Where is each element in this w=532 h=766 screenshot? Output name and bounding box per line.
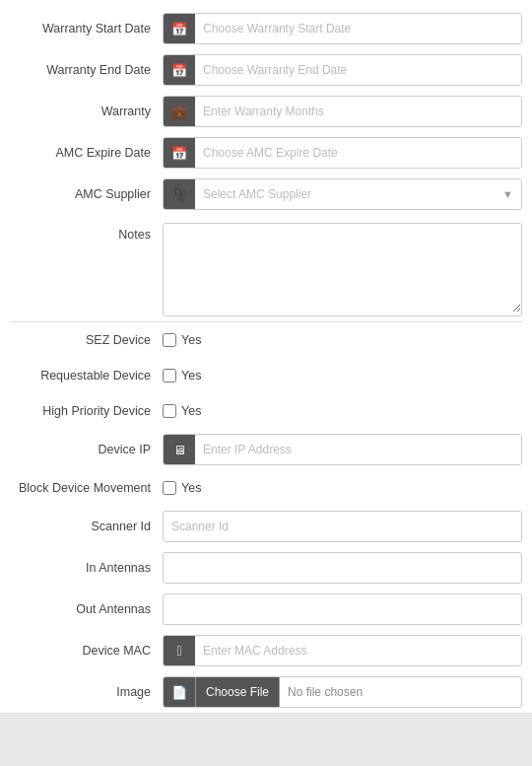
- amc-supplier-field: 🎥 Select AMC Supplier ▼: [163, 178, 522, 210]
- high-priority-device-label: High Priority Device: [10, 404, 163, 418]
- amc-expire-date-input-wrapper: 📅: [163, 137, 522, 169]
- amc-supplier-icon-btn[interactable]: 🎥: [164, 178, 195, 210]
- block-device-movement-checkbox[interactable]: [163, 481, 176, 495]
- device-mac-label: Device MAC: [10, 644, 163, 658]
- in-antennas-input[interactable]: [163, 552, 522, 584]
- form-container: Warranty Start Date 📅 Warranty End Date …: [0, 0, 532, 713]
- warranty-start-date-field: 📅: [163, 13, 522, 44]
- notes-textarea-wrapper: [163, 223, 522, 316]
- warranty-start-date-row: Warranty Start Date 📅: [0, 8, 532, 49]
- out-antennas-row: Out Antennas: [0, 589, 532, 630]
- requestable-device-checkbox-label: Yes: [181, 369, 201, 383]
- out-antennas-input[interactable]: [163, 593, 522, 625]
- camera-icon: 🎥: [171, 187, 187, 202]
- device-mac-input[interactable]: [195, 635, 521, 666]
- device-mac-field: : [163, 635, 522, 666]
- notes-textarea[interactable]: [164, 224, 521, 313]
- block-device-movement-checkbox-label: Yes: [181, 481, 201, 495]
- device-mac-row: Device MAC : [0, 630, 532, 671]
- notes-row: Notes: [0, 215, 532, 321]
- block-device-movement-label: Block Device Movement: [10, 481, 163, 495]
- warranty-end-date-input-wrapper: 📅: [163, 54, 522, 86]
- amc-supplier-select-wrapper: 🎥 Select AMC Supplier ▼: [163, 178, 522, 210]
- warranty-start-date-icon-btn[interactable]: 📅: [164, 13, 195, 44]
- warranty-start-date-label: Warranty Start Date: [10, 22, 163, 35]
- notes-label: Notes: [10, 223, 163, 242]
- device-ip-icon-btn[interactable]: 🖥: [164, 434, 195, 465]
- warranty-row: Warranty 💼: [0, 91, 532, 132]
- device-mac-input-wrapper: : [163, 635, 522, 666]
- device-ip-row: Device IP 🖥: [0, 429, 532, 470]
- file-doc-icon: 📄: [171, 685, 187, 700]
- sez-device-checkbox[interactable]: [163, 333, 176, 347]
- calendar-icon-2: 📅: [171, 63, 187, 78]
- block-device-movement-checkbox-row: Yes: [163, 481, 201, 495]
- requestable-device-label: Requestable Device: [10, 369, 163, 383]
- image-file-input-wrapper: 📄 Choose File No file chosen: [163, 676, 522, 708]
- high-priority-device-checkbox-label: Yes: [181, 404, 201, 418]
- amc-supplier-label: AMC Supplier: [10, 187, 163, 201]
- warranty-icon-btn[interactable]: 💼: [164, 96, 195, 127]
- warranty-field: 💼: [163, 96, 522, 127]
- image-field: 📄 Choose File No file chosen: [163, 676, 522, 708]
- high-priority-device-row: High Priority Device Yes: [0, 393, 532, 429]
- briefcase-icon: 💼: [171, 104, 187, 119]
- block-device-movement-field: Yes: [163, 481, 522, 495]
- high-priority-device-checkbox-row: Yes: [163, 404, 201, 418]
- warranty-end-date-input[interactable]: [195, 54, 521, 86]
- out-antennas-label: Out Antennas: [10, 602, 163, 616]
- image-label: Image: [10, 685, 163, 699]
- high-priority-device-checkbox[interactable]: [163, 404, 176, 418]
- sez-device-checkbox-row: Yes: [163, 333, 201, 347]
- requestable-device-row: Requestable Device Yes: [0, 358, 532, 393]
- calendar-icon: 📅: [171, 22, 187, 36]
- in-antennas-label: In Antennas: [10, 561, 163, 575]
- image-row: Image 📄 Choose File No file chosen: [0, 671, 532, 713]
- warranty-label: Warranty: [10, 104, 163, 118]
- no-file-chosen-text: No file chosen: [280, 685, 370, 699]
- warranty-input-wrapper: 💼: [163, 96, 522, 127]
- scanner-id-label: Scanner Id: [10, 520, 163, 533]
- device-ip-label: Device IP: [10, 443, 163, 456]
- scanner-id-input[interactable]: [163, 511, 522, 542]
- in-antennas-field: [163, 552, 522, 584]
- amc-expire-date-input[interactable]: [195, 137, 521, 169]
- monitor-icon: 🖥: [173, 443, 186, 457]
- notes-field: [163, 223, 522, 316]
- in-antennas-row: In Antennas: [0, 547, 532, 589]
- warranty-start-date-input[interactable]: [195, 13, 521, 44]
- choose-file-button[interactable]: Choose File: [195, 676, 280, 708]
- warranty-end-date-label: Warranty End Date: [10, 63, 163, 77]
- warranty-end-date-row: Warranty End Date 📅: [0, 49, 532, 91]
- warranty-start-date-input-wrapper: 📅: [163, 13, 522, 44]
- device-ip-input-wrapper: 🖥: [163, 434, 522, 465]
- apple-icon: : [176, 643, 181, 659]
- select-arrow-icon: ▼: [502, 188, 521, 200]
- amc-expire-date-field: 📅: [163, 137, 522, 169]
- warranty-end-date-field: 📅: [163, 54, 522, 86]
- calendar-icon-3: 📅: [171, 146, 187, 161]
- requestable-device-field: Yes: [163, 369, 522, 383]
- scanner-id-field: [163, 511, 522, 542]
- sez-device-label: SEZ Device: [10, 333, 163, 347]
- amc-supplier-select[interactable]: Select AMC Supplier: [195, 178, 502, 210]
- warranty-input[interactable]: [195, 96, 521, 127]
- out-antennas-field: [163, 593, 522, 625]
- device-ip-input[interactable]: [195, 434, 521, 465]
- amc-expire-date-icon-btn[interactable]: 📅: [164, 137, 195, 169]
- scanner-id-row: Scanner Id: [0, 506, 532, 547]
- image-file-icon-btn[interactable]: 📄: [164, 676, 195, 708]
- high-priority-device-field: Yes: [163, 404, 522, 418]
- amc-expire-date-row: AMC Expire Date 📅: [0, 132, 532, 174]
- footer-bar: [0, 713, 532, 766]
- amc-supplier-row: AMC Supplier 🎥 Select AMC Supplier ▼: [0, 174, 532, 215]
- requestable-device-checkbox[interactable]: [163, 369, 176, 383]
- sez-device-field: Yes: [163, 333, 522, 347]
- warranty-end-date-icon-btn[interactable]: 📅: [164, 54, 195, 86]
- device-mac-icon-btn[interactable]: : [164, 635, 195, 666]
- device-ip-field: 🖥: [163, 434, 522, 465]
- sez-device-checkbox-label: Yes: [181, 333, 201, 347]
- amc-expire-date-label: AMC Expire Date: [10, 146, 163, 160]
- block-device-movement-row: Block Device Movement Yes: [0, 470, 532, 506]
- sez-device-row: SEZ Device Yes: [0, 322, 532, 358]
